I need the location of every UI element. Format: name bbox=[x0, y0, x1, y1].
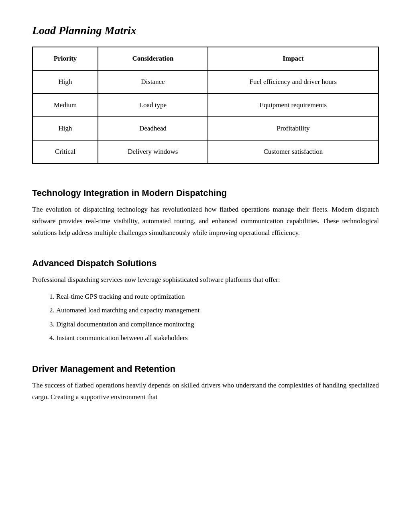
dispatch-list-item-1: Real-time GPS tracking and route optimiz… bbox=[56, 291, 379, 303]
load-planning-table: Priority Consideration Impact HighDistan… bbox=[32, 47, 379, 164]
section-heading-technology: Technology Integration in Modern Dispatc… bbox=[32, 188, 379, 198]
table-cell-3-1: Delivery windows bbox=[98, 140, 208, 163]
table-cell-2-0: High bbox=[33, 117, 98, 140]
table-header-row: Priority Consideration Impact bbox=[33, 47, 378, 70]
dispatch-list-item-3: Digital documentation and compliance mon… bbox=[56, 318, 379, 331]
section-heading-driver: Driver Management and Retention bbox=[32, 364, 379, 374]
section-heading-dispatch: Advanced Dispatch Solutions bbox=[32, 258, 379, 269]
col-header-consideration: Consideration bbox=[98, 47, 208, 70]
table-cell-3-0: Critical bbox=[33, 140, 98, 163]
section-driver-management: Driver Management and Retention The succ… bbox=[32, 364, 379, 403]
table-cell-0-1: Distance bbox=[98, 70, 208, 94]
table-cell-1-0: Medium bbox=[33, 94, 98, 117]
col-header-priority: Priority bbox=[33, 47, 98, 70]
section-body-technology: The evolution of dispatching technology … bbox=[32, 204, 379, 239]
table-row: HighDeadheadProfitability bbox=[33, 117, 378, 140]
table-row: HighDistanceFuel efficiency and driver h… bbox=[33, 70, 378, 94]
dispatch-list: Real-time GPS tracking and route optimiz… bbox=[56, 291, 379, 344]
section-intro-dispatch: Professional dispatching services now le… bbox=[32, 274, 379, 286]
section-body-driver: The success of flatbed operations heavil… bbox=[32, 380, 379, 403]
table-cell-0-2: Fuel efficiency and driver hours bbox=[208, 70, 378, 94]
table-cell-1-1: Load type bbox=[98, 94, 208, 117]
table-cell-0-0: High bbox=[33, 70, 98, 94]
section-technology-integration: Technology Integration in Modern Dispatc… bbox=[32, 188, 379, 239]
dispatch-list-item-4: Instant communication between all stakeh… bbox=[56, 332, 379, 344]
table-cell-2-1: Deadhead bbox=[98, 117, 208, 140]
table-row: MediumLoad typeEquipment requirements bbox=[33, 94, 378, 117]
table-row: CriticalDelivery windowsCustomer satisfa… bbox=[33, 140, 378, 163]
table-cell-2-2: Profitability bbox=[208, 117, 378, 140]
table-cell-1-2: Equipment requirements bbox=[208, 94, 378, 117]
page-title: Load Planning Matrix bbox=[32, 24, 379, 37]
col-header-impact: Impact bbox=[208, 47, 378, 70]
dispatch-list-item-2: Automated load matching and capacity man… bbox=[56, 304, 379, 317]
table-cell-3-2: Customer satisfaction bbox=[208, 140, 378, 163]
section-advanced-dispatch: Advanced Dispatch Solutions Professional… bbox=[32, 258, 379, 344]
